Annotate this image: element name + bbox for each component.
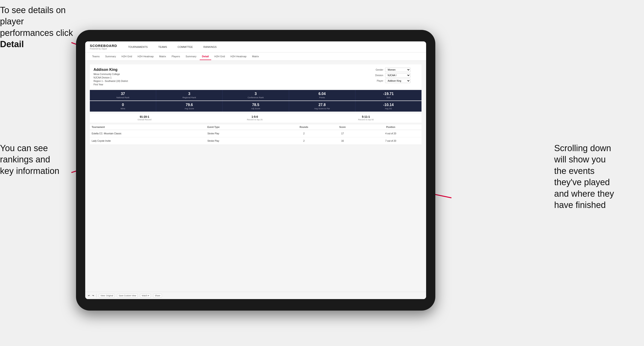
row1-rounds: 2 (285, 132, 324, 135)
redo-icon[interactable]: ↪ (92, 294, 94, 297)
row2-event: Stroke Play (208, 140, 285, 142)
stats-row-1: 37 National Rank 3 Regional Rank 3 Confe… (90, 90, 422, 101)
nav-committee[interactable]: COMMITTEE (176, 45, 195, 49)
header-rounds: Rounds (285, 126, 324, 128)
tab-matrix[interactable]: Matrix (157, 53, 168, 60)
scoreboard-logo: SCOREBOARD Powered by clippd (90, 44, 117, 50)
tab-h2h-grid[interactable]: H2H Grid (119, 53, 134, 60)
annotation-middle-left: You can see rankings and key information (0, 143, 83, 177)
tab-matrix2[interactable]: Matrix (250, 53, 261, 60)
table-header: Tournament Event Type Rounds Score Posit… (90, 125, 422, 130)
annotation-right: Scrolling down will show you the events … (554, 143, 642, 211)
record-top50: 5-11-1 Record vs top 50 (358, 115, 374, 121)
nav-rankings[interactable]: RANKINGS (202, 45, 218, 49)
content-area: Addison King Mesa Community College NJCA… (85, 61, 426, 292)
bottom-toolbar: ↩ ↪ View: Original Save Custom View Watc… (85, 292, 426, 299)
stat-adj-score: 78.5 Adj Score (222, 101, 289, 112)
toolbar-separator (96, 294, 96, 298)
nav-teams[interactable]: TEAMS (156, 45, 169, 49)
player-name: Addison King (94, 68, 128, 72)
row2-tournament: Lady Coyote Invite (92, 140, 208, 142)
watch-btn[interactable]: Watch ▾ (140, 294, 151, 298)
header-event: Event Type (208, 126, 285, 128)
save-custom-view-btn[interactable]: Save Custom View (117, 294, 138, 298)
view-original-btn[interactable]: View: Original (99, 294, 115, 298)
tab-h2h-grid2[interactable]: H2H Grid (212, 53, 227, 60)
player-filter-label: Player (372, 80, 383, 82)
row1-score: 17 (323, 132, 362, 135)
stat-regional-rank: 3 Regional Rank (156, 90, 222, 101)
header-position: Position (362, 126, 420, 128)
logo-title: SCOREBOARD (90, 44, 117, 48)
player-college: Mesa Community College (94, 72, 128, 76)
row1-event: Stroke Play (208, 132, 285, 135)
tab-h2h-heatmap[interactable]: H2H Heatmap (135, 53, 156, 60)
header-score: Score (323, 126, 362, 128)
tournament-table: Tournament Event Type Rounds Score Posit… (90, 125, 422, 145)
player-year: First Year (94, 83, 128, 86)
stat-avg-score-par: 27.8 Avg Score to Par (289, 101, 356, 112)
row2-rounds: 2 (285, 140, 324, 142)
division-label: Division (372, 74, 383, 77)
tab-h2h-heatmap2[interactable]: H2H Heatmap (228, 53, 249, 60)
record-row: 91-20-1 Overall Record 1-5-0 Record vs t… (90, 113, 422, 123)
player-info: Addison King Mesa Community College NJCA… (94, 68, 128, 86)
top-nav: SCOREBOARD Powered by clippd TOURNAMENTS… (85, 41, 426, 52)
tablet: SCOREBOARD Powered by clippd TOURNAMENTS… (76, 30, 435, 311)
gender-filter-row: Gender Women (372, 68, 418, 72)
record-overall: 91-20-1 Overall Record (138, 115, 151, 121)
player-filters: Gender Women Division NJCAA I (372, 68, 418, 83)
table-row[interactable]: Lady Coyote Invite Stroke Play 2 16 7 ou… (90, 137, 422, 145)
sub-nav: Teams Summary H2H Grid H2H Heatmap Matri… (85, 52, 426, 61)
tab-detail[interactable]: Detail (200, 53, 211, 60)
stat-avg-score: 79.6 Avg Score (156, 101, 222, 112)
stat-points: 6.04 Points (289, 90, 356, 101)
row1-position: 4 out of 20 (362, 132, 420, 135)
player-region: Region 1 - Southwest (18) District (94, 79, 128, 83)
tab-summary[interactable]: Summary (103, 53, 118, 60)
stats-row-2: 0 Wins 79.6 Avg Score 78.5 Adj Score 27.… (90, 101, 422, 112)
stat-wins: 0 Wins (90, 101, 156, 112)
undo-icon[interactable]: ↩ (88, 294, 90, 297)
table-row[interactable]: Estella CC- Mountain Classic Stroke Play… (90, 130, 422, 137)
nav-tournaments[interactable]: TOURNAMENTS (126, 45, 150, 49)
player-header: Addison King Mesa Community College NJCA… (90, 64, 422, 89)
tab-summary2[interactable]: Summary (183, 53, 199, 60)
player-division: NJCAA Division 1 (94, 76, 128, 79)
row1-tournament: Estella CC- Mountain Classic (92, 132, 208, 135)
logo-sub: Powered by clippd (90, 48, 117, 50)
record-top25: 1-5-0 Record vs top 25 (247, 115, 262, 121)
player-select[interactable]: Addison King (385, 79, 410, 83)
stat-sos: -19.71 SoS (356, 90, 422, 101)
annotation-top-left: To see details on player performances cl… (0, 4, 78, 50)
stat-national-rank: 37 National Rank (90, 90, 156, 101)
gender-label: Gender (372, 69, 383, 71)
stat-avg-sg: -10.14 Avg SG (356, 101, 422, 112)
division-filter-row: Division NJCAA I (372, 73, 418, 78)
tab-teams[interactable]: Teams (90, 53, 102, 60)
tab-players[interactable]: Players (169, 53, 182, 60)
tablet-screen: SCOREBOARD Powered by clippd TOURNAMENTS… (85, 41, 426, 299)
gender-select[interactable]: Women (385, 68, 410, 72)
stat-conference-rank: 3 Conference Rank (222, 90, 289, 101)
division-select[interactable]: NJCAA I (385, 73, 410, 78)
row2-position: 7 out of 20 (362, 140, 420, 142)
player-filter-row: Player Addison King (372, 79, 418, 83)
share-btn[interactable]: Share (153, 294, 162, 298)
row2-score: 16 (323, 140, 362, 142)
header-tournament: Tournament (92, 126, 208, 128)
main-content: Addison King Mesa Community College NJCA… (85, 61, 426, 292)
